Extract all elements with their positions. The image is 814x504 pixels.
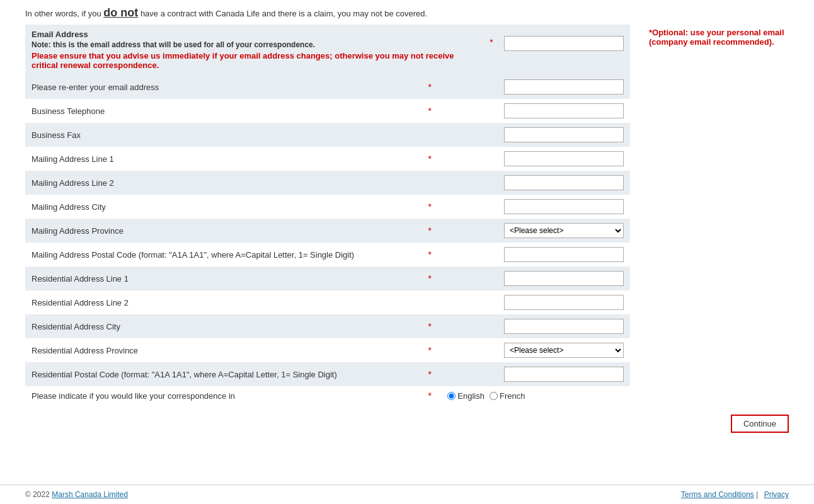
- input-mailing-address-line1[interactable]: [504, 151, 624, 166]
- input-mailing-address-city[interactable]: [504, 199, 624, 214]
- footer-privacy-link[interactable]: Privacy: [764, 490, 789, 499]
- required-residential-postal-code: *: [418, 362, 441, 386]
- radio-label-french[interactable]: French: [490, 391, 525, 401]
- input-business-telephone[interactable]: [504, 103, 624, 118]
- footer-copyright: © 2022 Marsh Canada Limited: [25, 490, 128, 499]
- sidebar-note: *Optional: use your personal email (comp…: [643, 25, 789, 405]
- label-mailing-address-line2: Mailing Address Line 2: [25, 171, 418, 195]
- input-residential-address-line2[interactable]: [504, 295, 624, 310]
- label-business-fax: Business Fax: [25, 123, 418, 147]
- button-area: Continue: [0, 405, 814, 442]
- required-residential-address-line1: *: [418, 266, 441, 290]
- select-mailing-address-province[interactable]: <Please select>AlbertaBritish ColumbiaMa…: [504, 223, 624, 238]
- input-cell-mailing-address-line1: [441, 147, 630, 171]
- required-mailing-address-city: *: [418, 195, 441, 219]
- page-wrapper: In other words, if you do not have a con…: [0, 0, 814, 504]
- input-business-fax[interactable]: [504, 127, 624, 142]
- input-cell-mailing-address-line2: [441, 171, 630, 195]
- input-cell-business-telephone: [441, 99, 630, 123]
- top-notice: In other words, if you do not have a con…: [0, 0, 814, 25]
- input-cell-mailing-address-province: <Please select>AlbertaBritish ColumbiaMa…: [441, 219, 630, 243]
- select-residential-address-province[interactable]: <Please select>AlbertaBritish ColumbiaMa…: [504, 343, 624, 358]
- input-residential-address-city[interactable]: [504, 319, 624, 334]
- input-cell-residential-address-line2: [441, 290, 630, 314]
- input-cell-correspondence-language: English French: [441, 386, 630, 405]
- label-mailing-address-province: Mailing Address Province: [25, 219, 418, 243]
- top-notice-suffix: have a contract with Canada Life and the…: [138, 9, 427, 18]
- label-residential-address-province: Residential Address Province: [25, 338, 418, 362]
- required-mailing-postal-code: *: [418, 243, 441, 266]
- continue-button[interactable]: Continue: [731, 415, 789, 433]
- email-warning: Please ensure that you advise us immedia…: [32, 51, 479, 70]
- input-residential-address-line1[interactable]: [504, 271, 624, 286]
- label-residential-address-line1: Residential Address Line 1: [25, 266, 418, 290]
- email-input[interactable]: [504, 36, 624, 51]
- email-section: Email Address Note: this is the email ad…: [25, 25, 630, 75]
- input-cell-re-enter-email: [441, 75, 630, 99]
- label-residential-postal-code: Residential Postal Code (format: "A1A 1A…: [25, 362, 418, 386]
- label-re-enter-email: Please re-enter your email address: [25, 75, 418, 99]
- input-mailing-address-line2[interactable]: [504, 175, 624, 190]
- input-cell-business-fax: [441, 123, 630, 147]
- footer-right: Terms and Conditions | Privacy: [677, 490, 789, 499]
- main-content: Email Address Note: this is the email ad…: [0, 25, 814, 405]
- email-label-block: Email Address Note: this is the email ad…: [32, 30, 479, 70]
- required-business-telephone: *: [418, 99, 441, 123]
- required-mailing-address-line2: [418, 171, 441, 195]
- radio-group-correspondence-language: English French: [447, 391, 624, 401]
- footer-company-link[interactable]: Marsh Canada Limited: [52, 490, 128, 499]
- label-residential-address-city: Residential Address City: [25, 314, 418, 338]
- radio-label-english[interactable]: English: [447, 391, 484, 401]
- label-mailing-address-city: Mailing Address City: [25, 195, 418, 219]
- label-residential-address-line2: Residential Address Line 2: [25, 290, 418, 314]
- email-required-indicator: *: [485, 30, 498, 47]
- radio-option-text-english: English: [457, 391, 484, 401]
- input-cell-residential-address-city: [441, 314, 630, 338]
- label-business-telephone: Business Telephone: [25, 99, 418, 123]
- input-re-enter-email[interactable]: [504, 79, 624, 94]
- required-re-enter-email: *: [418, 75, 441, 99]
- email-title: Email Address: [32, 30, 479, 39]
- required-residential-address-city: *: [418, 314, 441, 338]
- top-notice-bold: do not: [103, 6, 138, 19]
- input-cell-mailing-postal-code: [441, 243, 630, 266]
- label-mailing-address-line1: Mailing Address Line 1: [25, 147, 418, 171]
- input-cell-residential-postal-code: [441, 362, 630, 386]
- email-row: Email Address Note: this is the email ad…: [32, 30, 624, 70]
- form-table: Please re-enter your email address*Busin…: [25, 75, 630, 405]
- radio-option-text-french: French: [500, 391, 525, 401]
- input-cell-mailing-address-city: [441, 195, 630, 219]
- required-mailing-address-province: *: [418, 219, 441, 243]
- email-note: Note: this is the email address that wil…: [32, 40, 479, 49]
- input-residential-postal-code[interactable]: [504, 367, 624, 382]
- radio-english[interactable]: [447, 392, 456, 400]
- footer: © 2022 Marsh Canada Limited Terms and Co…: [0, 484, 814, 504]
- input-cell-residential-address-province: <Please select>AlbertaBritish ColumbiaMa…: [441, 338, 630, 362]
- radio-french[interactable]: [490, 392, 498, 400]
- label-correspondence-language: Please indicate if you would like your c…: [25, 386, 418, 405]
- required-business-fax: [418, 123, 441, 147]
- label-mailing-postal-code: Mailing Address Postal Code (format: "A1…: [25, 243, 418, 266]
- input-cell-residential-address-line1: [441, 266, 630, 290]
- required-mailing-address-line1: *: [418, 147, 441, 171]
- footer-terms-link[interactable]: Terms and Conditions: [681, 490, 754, 499]
- email-input-block: [504, 30, 624, 51]
- required-residential-address-province: *: [418, 338, 441, 362]
- form-section: Email Address Note: this is the email ad…: [25, 25, 630, 405]
- required-residential-address-line2: [418, 290, 441, 314]
- input-mailing-postal-code[interactable]: [504, 247, 624, 262]
- top-notice-prefix: In other words, if you: [25, 9, 103, 18]
- required-correspondence-language: *: [418, 386, 441, 405]
